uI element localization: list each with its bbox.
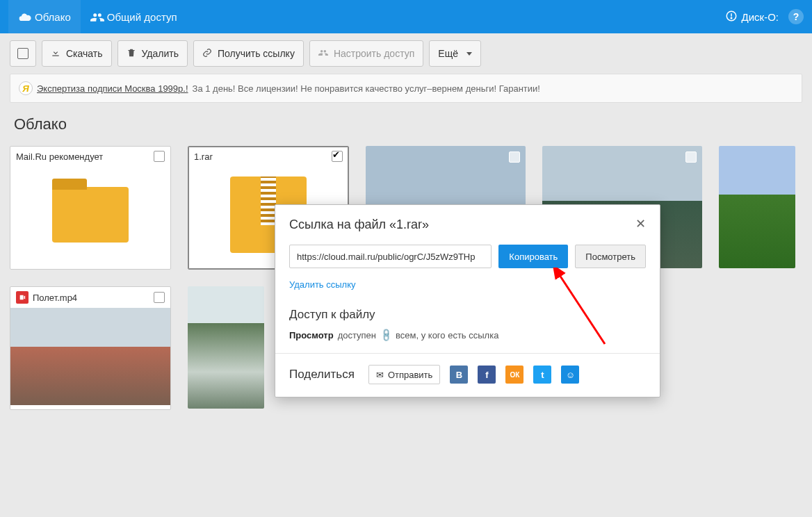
share-link-modal: Ссылка на файл «1.rar» ✕ Копировать Посм… (275, 204, 660, 397)
photo-thumbnail (188, 286, 264, 409)
disk-o-label: Диск-О: (742, 11, 779, 23)
file-checkbox[interactable] (685, 151, 697, 163)
tab-shared[interactable]: Общий доступ (81, 0, 187, 33)
share-moimir-button[interactable]: ☺ (561, 366, 579, 384)
delete-link[interactable]: Удалить ссылку (289, 279, 356, 290)
select-all-checkbox[interactable] (10, 40, 36, 67)
download-button[interactable]: Скачать (42, 40, 112, 67)
video-icon (16, 291, 29, 304)
page-title: Облако (0, 103, 812, 146)
file-checkbox[interactable] (154, 151, 165, 162)
link-icon: 🔗 (378, 328, 393, 343)
delete-label: Удалить (142, 48, 179, 59)
file-name: 1.rar (194, 151, 213, 162)
photo-thumbnail (719, 146, 795, 268)
share-section: Поделиться ✉ Отправить B f ОК t ☺ (275, 353, 660, 397)
ad-favicon: Я (19, 81, 33, 95)
share-facebook-button[interactable]: f (478, 366, 496, 384)
action-toolbar: Скачать Удалить Получить ссылку Настроит… (0, 33, 812, 74)
photo-item[interactable] (188, 286, 264, 409)
ad-link[interactable]: Экспертиза подписи Москва 1999р.! (37, 83, 188, 94)
copy-button[interactable]: Копировать (498, 245, 568, 268)
tab-cloud-label: Облако (35, 11, 71, 23)
disk-o-button[interactable]: Диск-О: (725, 10, 779, 24)
chevron-down-icon (466, 52, 472, 56)
file-name: Mail.Ru рекомендует (16, 151, 103, 162)
configure-access-button[interactable]: Настроить доступ (309, 40, 423, 67)
cloud-icon (18, 10, 31, 23)
top-navigation: Облако Общий доступ Диск-О: ? (0, 0, 812, 33)
help-button[interactable]: ? (788, 9, 804, 24)
folder-mail-recommend[interactable]: Mail.Ru рекомендует (10, 146, 171, 270)
more-label: Ещё (438, 48, 458, 59)
share-twitter-button[interactable]: t (533, 366, 551, 384)
share-url-input[interactable] (289, 245, 492, 268)
tab-cloud[interactable]: Облако (8, 0, 81, 33)
video-thumbnail (10, 308, 170, 405)
access-description: Просмотр доступен 🔗 всем, у кого есть сс… (275, 326, 660, 353)
more-button[interactable]: Ещё (429, 40, 481, 67)
file-polet-mp4[interactable]: Полет.mp4 (10, 286, 171, 410)
get-link-label: Получить ссылку (218, 48, 295, 59)
users-icon (318, 48, 328, 60)
file-checkbox[interactable] (154, 292, 165, 303)
trash-icon (127, 48, 136, 60)
modal-title: Ссылка на файл «1.rar» (289, 218, 429, 232)
users-icon (90, 10, 103, 23)
folder-icon (52, 187, 129, 243)
close-button[interactable]: ✕ (635, 218, 646, 230)
file-name: Полет.mp4 (33, 293, 77, 303)
share-section-title: Поделиться (289, 368, 355, 381)
share-ok-button[interactable]: ОК (505, 366, 523, 384)
tab-shared-label: Общий доступ (107, 11, 177, 23)
file-checkbox[interactable] (332, 151, 343, 162)
checkbox-icon (17, 48, 29, 59)
send-email-button[interactable]: ✉ Отправить (368, 365, 440, 384)
share-vk-button[interactable]: B (450, 366, 468, 384)
download-icon (51, 48, 60, 60)
svg-point-2 (731, 17, 732, 19)
ad-text: За 1 день! Все лицензии! Не понравится к… (193, 83, 540, 94)
disk-icon (725, 10, 738, 24)
link-icon (202, 48, 212, 60)
photo-item[interactable] (719, 146, 795, 268)
view-button[interactable]: Посмотреть (575, 245, 646, 268)
download-label: Скачать (66, 48, 103, 59)
file-checkbox[interactable] (509, 151, 520, 163)
get-link-button[interactable]: Получить ссылку (193, 40, 304, 67)
mail-icon: ✉ (376, 370, 384, 380)
configure-access-label: Настроить доступ (334, 48, 414, 59)
access-section-title: Доступ к файлу (275, 301, 660, 326)
delete-button[interactable]: Удалить (117, 40, 188, 67)
ad-banner: Я Экспертиза подписи Москва 1999р.! За 1… (10, 74, 802, 103)
